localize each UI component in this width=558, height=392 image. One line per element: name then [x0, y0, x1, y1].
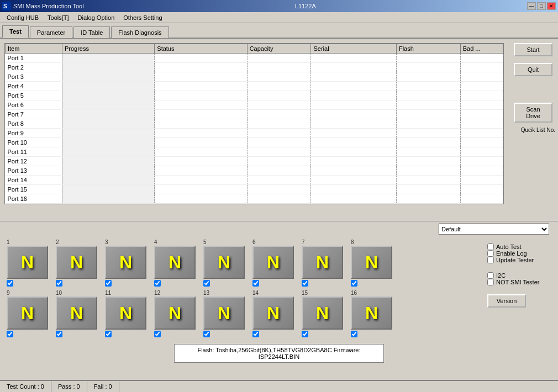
- port-name: Port 11: [6, 147, 62, 157]
- port-progress: [62, 72, 154, 82]
- port-enable-checkbox[interactable]: [351, 331, 357, 337]
- port-bad: [460, 54, 503, 63]
- ports-section: 1N2N3N4N5N6N7N8N 9N10N11N12N13N14N15N16N: [7, 239, 481, 338]
- table-row: Port 15: [6, 185, 503, 194]
- port-name: Port 9: [6, 129, 62, 138]
- side-options: Auto Test Enable Log Update Tester: [485, 239, 551, 338]
- port-number: 9: [7, 290, 10, 296]
- i2c-label: I2C: [496, 272, 506, 279]
- port-enable-checkbox[interactable]: [302, 331, 308, 337]
- port-enable-checkbox[interactable]: [252, 331, 259, 337]
- port-enable-checkbox[interactable]: [56, 331, 62, 337]
- menu-dialog-option[interactable]: Dialog Option: [73, 13, 119, 22]
- port-enable-checkbox[interactable]: [7, 331, 13, 337]
- port-drive-icon[interactable]: N: [203, 296, 245, 330]
- port-name: Port 7: [6, 110, 62, 119]
- port-progress: [62, 194, 154, 204]
- enable-log-label: Enable Log: [496, 250, 527, 257]
- port-drive-icon[interactable]: N: [105, 246, 146, 279]
- port-name: Port 1: [6, 54, 62, 63]
- port-serial: [311, 72, 396, 82]
- tab-flash-diagnosis[interactable]: Flash Diagnosis: [111, 27, 169, 38]
- port-drive-icon[interactable]: N: [203, 246, 245, 279]
- port-drive-icon[interactable]: N: [351, 246, 392, 279]
- quit-button[interactable]: Quit: [514, 63, 552, 76]
- version-button[interactable]: Version: [487, 294, 526, 308]
- quick-list-select[interactable]: Default: [439, 224, 549, 235]
- menu-bar: Config HUB Tools[T] Dialog Option Others…: [0, 12, 558, 23]
- port-number: 1: [7, 239, 10, 245]
- port-enable-checkbox[interactable]: [154, 280, 161, 287]
- port-serial: [311, 63, 396, 72]
- tab-id-table[interactable]: ID Table: [73, 27, 110, 38]
- port-status: [155, 54, 247, 63]
- port-icon-container: 11N: [105, 290, 152, 338]
- port-name: Port 5: [6, 91, 62, 100]
- port-drive-icon[interactable]: N: [302, 296, 343, 330]
- port-drive-icon[interactable]: N: [7, 296, 48, 330]
- port-enable-checkbox[interactable]: [302, 280, 308, 287]
- port-drive-icon[interactable]: N: [252, 296, 294, 330]
- drive-n-label: N: [119, 252, 132, 273]
- port-number: 11: [105, 290, 111, 296]
- auto-test-checkbox[interactable]: [487, 243, 494, 250]
- menu-tools[interactable]: Tools[T]: [43, 13, 73, 22]
- menu-others-setting[interactable]: Others Setting: [119, 13, 166, 22]
- port-drive-icon[interactable]: N: [7, 246, 48, 279]
- port-progress: [62, 54, 154, 63]
- port-name: Port 8: [6, 119, 62, 129]
- port-drive-icon[interactable]: N: [252, 246, 294, 279]
- maximize-button[interactable]: □: [537, 2, 546, 10]
- port-status: [155, 91, 247, 100]
- port-serial: [311, 54, 396, 63]
- port-bad: [460, 82, 503, 91]
- start-button[interactable]: Start: [514, 43, 552, 56]
- port-drive-icon[interactable]: N: [154, 246, 196, 279]
- port-serial: [311, 166, 396, 176]
- port-drive-icon[interactable]: N: [302, 246, 343, 279]
- not-smi-checkbox[interactable]: [487, 279, 494, 285]
- port-enable-checkbox[interactable]: [252, 280, 259, 287]
- fail-count: Fail : 0: [87, 381, 119, 392]
- ports-row-2: 9N10N11N12N13N14N15N16N: [7, 290, 481, 338]
- port-drive-icon[interactable]: N: [105, 296, 146, 330]
- port-flash: [396, 72, 460, 82]
- port-bad: [460, 166, 503, 176]
- bottom-area: 1N2N3N4N5N6N7N8N 9N10N11N12N13N14N15N16N…: [4, 237, 554, 341]
- app-title: SMI Mass Production Tool: [13, 3, 84, 9]
- close-button[interactable]: ✕: [547, 2, 556, 10]
- port-enable-checkbox[interactable]: [105, 331, 112, 337]
- port-status: [155, 185, 247, 194]
- minimize-button[interactable]: —: [527, 2, 536, 10]
- tab-parameter[interactable]: Parameter: [30, 27, 72, 38]
- port-icon-container: 8N: [351, 239, 398, 288]
- menu-config-hub[interactable]: Config HUB: [2, 13, 43, 22]
- port-enable-checkbox[interactable]: [56, 280, 62, 287]
- tab-test[interactable]: Test: [2, 25, 29, 38]
- drive-n-label: N: [21, 252, 34, 273]
- table-row: Port 1: [6, 54, 503, 63]
- i2c-checkbox[interactable]: [487, 272, 494, 279]
- port-drive-icon[interactable]: N: [351, 296, 392, 330]
- drive-n-label: N: [70, 252, 83, 273]
- port-enable-checkbox[interactable]: [105, 280, 112, 287]
- port-enable-checkbox[interactable]: [203, 280, 210, 287]
- port-flash: [396, 82, 460, 91]
- port-icon-container: 9N: [7, 290, 54, 338]
- port-enable-checkbox[interactable]: [154, 331, 161, 337]
- port-status: [155, 147, 247, 157]
- port-drive-icon[interactable]: N: [56, 296, 97, 330]
- port-enable-checkbox[interactable]: [203, 331, 210, 337]
- col-progress: Progress: [62, 44, 154, 54]
- enable-log-checkbox[interactable]: [487, 250, 494, 257]
- port-serial: [311, 176, 396, 185]
- port-capacity: [247, 91, 311, 100]
- port-drive-icon[interactable]: N: [56, 246, 97, 279]
- port-capacity: [247, 138, 311, 147]
- scan-drive-button[interactable]: Scan Drive: [514, 103, 552, 123]
- update-tester-checkbox[interactable]: [487, 257, 494, 263]
- port-number: 15: [302, 290, 308, 296]
- port-drive-icon[interactable]: N: [154, 296, 196, 330]
- port-enable-checkbox[interactable]: [351, 280, 357, 287]
- port-enable-checkbox[interactable]: [7, 280, 13, 287]
